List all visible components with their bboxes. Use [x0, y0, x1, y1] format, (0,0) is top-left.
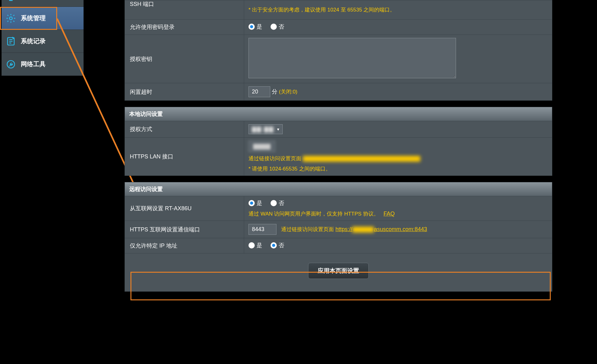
idle-timeout-off: (关闭:0) [279, 89, 298, 95]
row-allow-pwd-login: 允许使用密码登录 是 否 [125, 20, 552, 35]
https-lan-link-prefix: 通过链接访问设置页面 [248, 156, 301, 162]
https-wan-port-input[interactable] [248, 224, 276, 235]
https-lan-link-redacted: ▇▇▇▇▇▇▇▇▇▇▇▇▇▇▇▇▇▇▇▇▇▇▇▇▇▇▇ [303, 155, 420, 162]
auth-method-select[interactable]: ▇▇ ▇▇ ▾ [248, 124, 283, 134]
sidebar-item-system-log[interactable]: 系统记录 [2, 30, 84, 53]
apply-row: 应用本页面设置 [125, 253, 552, 292]
svg-point-1 [9, 17, 12, 20]
row-label: HTTPS LAN 接口 [130, 153, 173, 160]
radio-no[interactable]: 否 [271, 242, 284, 249]
row-idle-timeout: 闲置超时 分 (关闭:0) [125, 83, 552, 101]
auth-key-textarea[interactable] [248, 38, 456, 78]
idle-timeout-unit: 分 [272, 89, 277, 95]
sidebar-item-partial[interactable] [2, 0, 84, 7]
row-label: HTTPS 互联网设置通信端口 [130, 226, 200, 233]
radio-yes[interactable]: 是 [248, 242, 262, 249]
https-lan-hint: * 请使用 1024-65535 之间的端口。 [248, 166, 331, 172]
radio-yes[interactable]: 是 [248, 23, 262, 30]
wan-note: 通过 WAN 访问网页用户界面时，仅支持 HTTPS 协议。 [248, 211, 379, 217]
row-https-wan-port: HTTPS 互联网设置通信端口 通过链接访问设置页面 https://▇▇▇▇▇… [125, 221, 552, 238]
sidebar: 系统管理 系统记录 网络工具 [2, 0, 84, 76]
sidebar-item-label: 系统记录 [21, 37, 46, 45]
row-auth-method: 授权方式 ▇▇ ▇▇ ▾ [125, 121, 552, 138]
wrench-icon [5, 59, 16, 70]
settings-content: SSH 端口 * 出于安全方面的考虑，建议使用 1024 至 65535 之间的… [125, 0, 552, 292]
ssh-port-hint: * 出于安全方面的考虑，建议使用 1024 至 65535 之间的端口。 [248, 7, 395, 13]
row-https-lan-port: HTTPS LAN 接口 ▇▇▇▇ 通过链接访问设置页面 ▇▇▇▇▇▇▇▇▇▇▇… [125, 138, 552, 176]
section-local-access: 本地访问设置 [125, 107, 552, 121]
sidebar-item-label: 系统管理 [21, 14, 46, 22]
https-wan-link[interactable]: https://▇▇▇▇▇asuscomm.com:8443 [335, 226, 427, 232]
https-wan-link-redacted: ▇▇▇▇▇ [352, 226, 374, 232]
radio-yes[interactable]: 是 [248, 199, 262, 207]
row-ssh-port: SSH 端口 * 出于安全方面的考虑，建议使用 1024 至 65535 之间的… [125, 0, 552, 20]
globe-icon [5, 0, 16, 7]
section-remote-access: 远程访问设置 [125, 182, 552, 196]
row-label: 从互联网设置 RT-AX86U [130, 205, 192, 212]
radio-no[interactable]: 否 [271, 23, 284, 30]
row-label: 允许使用密码登录 [130, 24, 175, 30]
log-icon [5, 36, 16, 47]
row-auth-key: 授权密钥 [125, 35, 552, 83]
row-label: 授权密钥 [130, 56, 152, 62]
sidebar-item-label: 网络工具 [21, 60, 46, 68]
https-lan-port-input[interactable]: ▇▇▇▇ [248, 141, 275, 152]
row-label: 闲置超时 [130, 89, 152, 95]
svg-rect-0 [9, 0, 13, 1]
gear-icon [5, 13, 16, 24]
faq-link[interactable]: FAQ [384, 211, 395, 217]
sidebar-item-network-tools[interactable]: 网络工具 [2, 53, 84, 76]
row-label: 授权方式 [130, 126, 152, 132]
chevron-down-icon: ▾ [277, 127, 279, 132]
apply-button[interactable]: 应用本页面设置 [308, 263, 369, 279]
row-enable-from-wan: 从互联网设置 RT-AX86U 是 否 通过 WAN 访问网页用户界面时，仅支持… [125, 196, 552, 221]
radio-no[interactable]: 否 [271, 199, 284, 207]
row-label: 仅允许特定 IP 地址 [130, 243, 177, 249]
https-wan-link-prefix: 通过链接访问设置页面 [281, 226, 334, 232]
row-only-specific-ip: 仅允许特定 IP 地址 是 否 [125, 238, 552, 253]
sidebar-item-system-admin[interactable]: 系统管理 [2, 7, 84, 30]
row-label: SSH 端口 [130, 1, 154, 7]
idle-timeout-input[interactable] [248, 86, 270, 97]
